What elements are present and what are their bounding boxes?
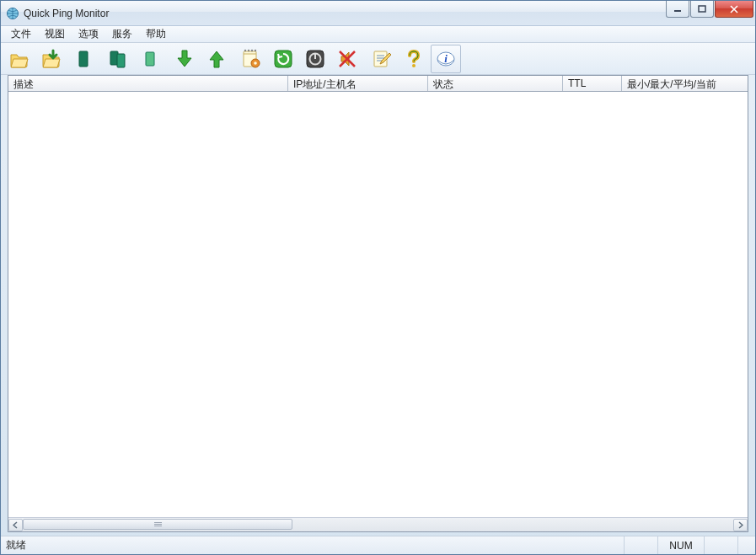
scroll-track[interactable]	[23, 519, 733, 531]
edit-note-icon	[371, 48, 393, 70]
svg-point-12	[255, 49, 256, 51]
toolbar-copies[interactable]	[103, 45, 133, 73]
svg-point-10	[248, 49, 249, 51]
mute-icon	[336, 48, 358, 70]
toolbar-stop[interactable]	[300, 45, 330, 73]
menu-options[interactable]: 选项	[72, 25, 105, 43]
column-header-status[interactable]: 状态	[428, 76, 563, 91]
toolbar-up[interactable]	[201, 45, 232, 73]
column-header-stats[interactable]: 最小/最大/平均/当前	[622, 76, 748, 91]
horizontal-scrollbar[interactable]	[8, 517, 748, 531]
toolbar-about[interactable]: i	[431, 45, 461, 73]
status-numlock: NUM	[658, 536, 705, 554]
chevron-left-icon	[13, 521, 19, 529]
scroll-right-button[interactable]	[733, 519, 748, 531]
close-icon	[729, 5, 739, 13]
svg-point-23	[412, 64, 416, 67]
svg-point-11	[251, 49, 253, 51]
status-grip[interactable]	[738, 536, 755, 554]
svg-rect-3	[79, 51, 88, 67]
list-view[interactable]: 描述 IP地址/主机名 状态 TTL 最小/最大/平均/当前	[8, 75, 748, 532]
svg-rect-5	[117, 54, 125, 67]
close-button[interactable]	[715, 1, 753, 18]
toolbar-notes[interactable]	[236, 45, 266, 73]
chevron-right-icon	[737, 521, 743, 529]
menu-service[interactable]: 服务	[105, 25, 139, 43]
column-header-description[interactable]: 描述	[8, 76, 288, 91]
window-controls	[665, 1, 753, 18]
toolbar-save[interactable]	[36, 45, 67, 73]
svg-text:i: i	[444, 52, 448, 65]
minimize-icon	[673, 5, 682, 13]
status-ready: 就绪	[1, 536, 625, 554]
list-body[interactable]	[8, 92, 748, 517]
new-item-icon	[75, 49, 92, 69]
stop-icon	[304, 48, 326, 70]
column-header-ip-host[interactable]: IP地址/主机名	[288, 76, 428, 91]
app-icon	[6, 7, 19, 20]
svg-point-14	[254, 61, 257, 65]
maximize-icon	[698, 5, 706, 13]
toolbar-new[interactable]	[68, 45, 99, 73]
toolbar-help[interactable]	[399, 45, 429, 73]
menu-view[interactable]: 视图	[38, 25, 72, 43]
arrow-up-icon	[206, 48, 228, 70]
toolbar-down[interactable]	[169, 45, 200, 73]
menu-file[interactable]: 文件	[4, 25, 38, 43]
menu-bar: 文件 视图 选项 服务 帮助	[1, 26, 755, 43]
status-bar: 就绪 NUM	[1, 536, 755, 554]
titlebar[interactable]: Quick Ping Monitor	[1, 1, 755, 26]
maximize-button[interactable]	[690, 1, 714, 18]
column-header-row: 描述 IP地址/主机名 状态 TTL 最小/最大/平均/当前	[8, 76, 748, 92]
toolbar-open[interactable]	[4, 45, 35, 73]
help-icon	[403, 48, 425, 70]
toolbar-mute[interactable]	[332, 45, 362, 73]
copy-items-icon	[107, 49, 129, 69]
toolbar: i	[1, 43, 755, 75]
notes-gear-icon	[240, 48, 262, 70]
status-pane-1	[625, 536, 658, 554]
svg-rect-1	[674, 10, 681, 12]
toolbar-refresh[interactable]	[268, 45, 298, 73]
arrow-down-icon	[174, 48, 196, 70]
menu-help[interactable]: 帮助	[139, 25, 173, 43]
scroll-left-button[interactable]	[8, 519, 23, 531]
minimize-button[interactable]	[666, 1, 689, 18]
scroll-thumb[interactable]	[23, 519, 292, 530]
toolbar-edit[interactable]	[367, 45, 397, 73]
refresh-green-icon	[272, 48, 294, 70]
column-header-ttl[interactable]: TTL	[563, 76, 622, 91]
open-folder-icon	[8, 48, 31, 70]
status-pane-2	[705, 536, 738, 554]
window-title: Quick Ping Monitor	[24, 8, 665, 19]
svg-rect-2	[699, 6, 705, 12]
toolbar-single[interactable]	[135, 45, 165, 73]
save-folder-icon	[40, 48, 63, 70]
single-item-icon	[142, 49, 158, 69]
svg-point-9	[244, 49, 246, 51]
svg-rect-6	[146, 52, 154, 66]
info-icon: i	[435, 48, 457, 70]
app-window: Quick Ping Monitor 文件 视图 选项 服务 帮助	[0, 0, 756, 555]
